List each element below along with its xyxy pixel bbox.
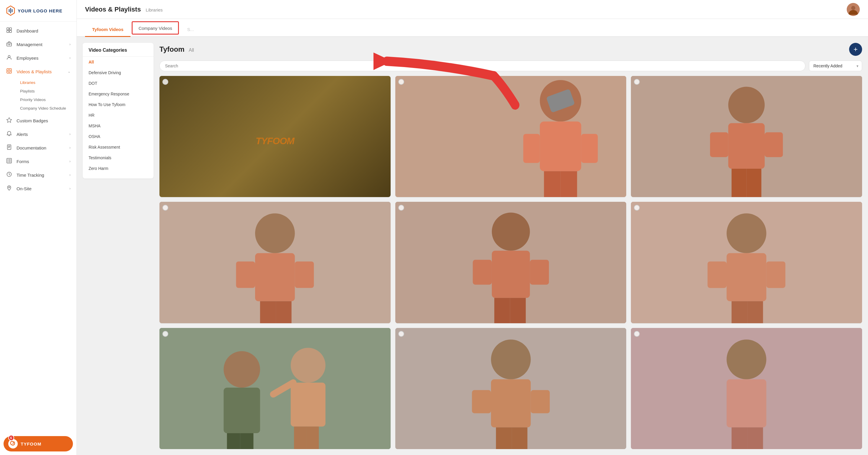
svg-rect-41 [492,251,530,298]
sidebar-item-custom-badges[interactable]: Custom Badges [0,114,76,127]
chevron-down-icon: ⌄ [68,69,70,74]
sidebar-item-label-forms: Forms [17,159,29,164]
video-thumb-4: TYFOOM [159,202,391,323]
category-hr[interactable]: HR [83,110,154,120]
svg-rect-43 [510,298,526,323]
svg-rect-21 [560,171,577,197]
category-emergency-response[interactable]: Emergency Response [83,89,154,99]
video-select-radio-5[interactable] [398,205,404,211]
page-title: Videos & Playlists [85,6,141,13]
svg-rect-49 [732,301,747,323]
sub-item-playlists[interactable]: Playlists [17,87,76,95]
video-card-4[interactable]: TYFOOM How to Use Tyfoom #4: Engagement … [159,202,391,323]
svg-point-58 [291,348,326,382]
chevron-right-icon-forms: › [69,159,70,163]
sidebar-item-videos[interactable]: Videos & Playlists ⌄ [0,65,76,78]
categories-title: Video Categories [83,48,154,57]
video-card-7[interactable]: TYFOOM [159,328,391,449]
chevron-right-icon-docs: › [69,146,70,150]
svg-rect-61 [306,426,319,449]
sidebar-item-label-badges: Custom Badges [17,118,48,123]
user-avatar[interactable] [847,3,860,16]
video-card-8[interactable]: TYFOOM [395,328,626,449]
bell-icon [6,131,12,137]
category-msha[interactable]: MSHA [83,120,154,131]
header: Videos & Playlists Libraries [77,0,868,19]
video-area: Tyfoom All + Recently AddedTitle A-ZTitl… [159,43,862,449]
svg-point-6 [8,56,10,58]
category-risk-assessment[interactable]: Risk Assessment [83,142,154,152]
sidebar-item-dashboard[interactable]: Dashboard [0,24,76,37]
sidebar-item-label-management: Management [17,42,42,47]
svg-rect-57 [240,433,254,449]
sidebar-item-management[interactable]: Management › [0,37,76,51]
video-thumb-8: TYFOOM [395,328,626,449]
sidebar-item-forms[interactable]: Forms › [0,154,76,168]
svg-rect-3 [9,30,11,32]
svg-point-33 [255,214,295,254]
logo-text: YOUR LOGO HERE [18,8,63,13]
video-select-radio-8[interactable] [398,331,404,337]
svg-rect-65 [496,427,512,449]
video-thumb-5: TYFOOM [395,202,626,323]
category-all[interactable]: All [83,57,154,67]
video-select-radio-7[interactable] [162,331,168,337]
svg-rect-67 [472,390,491,413]
video-thumb-9: TYFOOM [631,328,862,449]
tab-company-videos[interactable]: Company Videos [132,21,179,34]
category-how-to-use-tyfoom[interactable]: How To Use Tyfoom [83,99,154,110]
tab-tyfoom-videos[interactable]: Tyfoom Videos [85,22,130,37]
sub-item-company-video-schedule[interactable]: Company Video Schedule [17,104,76,113]
category-defensive-driving[interactable]: Defensive Driving [83,67,154,78]
tabs-bar: Tyfoom Videos Company Videos S... [77,19,868,37]
sidebar-item-time-tracking[interactable]: Time Tracking › [0,168,76,182]
chevron-right-icon-time: › [69,173,70,177]
sub-item-libraries[interactable]: Libraries [17,78,76,87]
sidebar-item-label-onsite: On-Site [17,186,32,191]
video-thumb-3: TYFOOM [631,76,862,197]
logo-area[interactable]: YOUR LOGO HERE [0,0,76,22]
category-testimonials[interactable]: Testimonials [83,152,154,163]
video-select-radio-2[interactable] [398,79,404,85]
svg-rect-48 [726,253,767,301]
sidebar-item-documentation[interactable]: Documentation › [0,141,76,154]
sub-item-priority-videos[interactable]: Priority Videos [17,95,76,104]
tab-shared[interactable]: S... [180,22,201,37]
header-title-area: Videos & Playlists Libraries [85,6,163,13]
category-dot[interactable]: DOT [83,78,154,89]
video-select-radio-9[interactable] [634,331,640,337]
svg-rect-64 [491,379,531,428]
categories-panel: Video Categories All Defensive Driving D… [83,43,154,178]
video-card-9[interactable]: TYFOOM [631,328,862,449]
search-input[interactable] [159,61,805,71]
video-card-5[interactable]: TYFOOM How to Use Tyfoom #5: Library - V… [395,202,626,323]
sidebar-item-onsite[interactable]: On-Site › [0,182,76,195]
svg-rect-66 [512,427,527,449]
video-thumb-2: TYFOOM [395,76,626,197]
video-card-1[interactable]: TYFOOM TYFOOM How to Use Tyfoom #1: Intr… [159,76,391,197]
sidebar-nav: Dashboard Management › [0,22,76,432]
video-select-radio-1[interactable] [162,79,168,85]
video-card-6[interactable]: TYFOOM How to Use Tyfoom #6: Library - F… [631,202,862,323]
grid-icon [6,27,12,34]
svg-rect-45 [530,260,549,285]
tyfoom-button[interactable]: 6 TYFOOM [4,436,73,451]
sort-select[interactable]: Recently AddedTitle A-ZTitle Z-AOldest F… [809,61,862,71]
clock-icon [6,172,12,178]
add-video-button[interactable]: + [849,43,862,56]
sidebar-item-label-employees: Employees [17,56,38,61]
page-subtitle: Libraries [146,7,163,12]
sidebar-item-alerts[interactable]: Alerts › [0,127,76,141]
svg-point-16 [851,6,855,10]
user-icon [6,55,12,61]
category-osha[interactable]: OSHA [83,131,154,142]
svg-rect-72 [732,427,747,449]
svg-rect-31 [765,132,783,157]
sidebar: YOUR LOGO HERE Dashboard [0,0,77,455]
video-card-3[interactable]: TYFOOM How to Use Tyfoom #3: Home Page &… [631,76,862,197]
video-area-header: Tyfoom All + [159,43,862,56]
category-zero-harm[interactable]: Zero Harm [83,163,154,174]
videos-sub-menu: Libraries Playlists Priority Videos Comp… [0,78,76,114]
sidebar-item-employees[interactable]: Employees › [0,51,76,65]
video-card-2[interactable]: TYFOOM How to Use Tyfoom #2: Profile & S… [395,76,626,197]
